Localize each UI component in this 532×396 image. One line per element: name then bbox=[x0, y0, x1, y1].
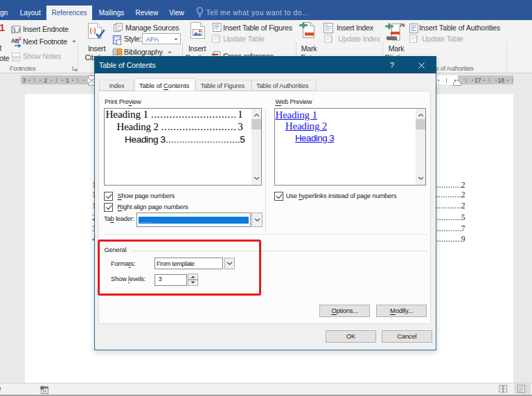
svg-text:!: ! bbox=[330, 35, 332, 43]
svg-text:!: ! bbox=[218, 35, 220, 43]
svg-text:(-): (-) bbox=[90, 27, 96, 34]
svg-text:!: ! bbox=[416, 35, 418, 43]
